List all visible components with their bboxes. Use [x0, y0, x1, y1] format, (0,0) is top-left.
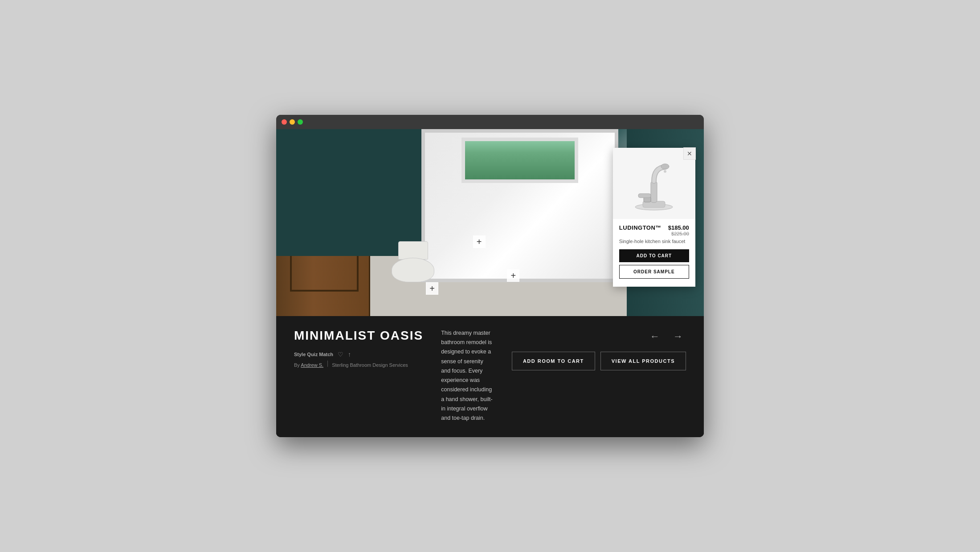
- shower-door-frame: [422, 130, 617, 281]
- titlebar: [276, 115, 704, 129]
- browser-window: + + + ✕: [276, 115, 704, 438]
- toilet-tank: [398, 241, 428, 260]
- info-right: ← → ADD ROOM TO CART VIEW ALL PRODUCTS: [512, 329, 686, 370]
- heart-icon[interactable]: ♡: [338, 351, 343, 358]
- room-title: MINIMALIST OASIS: [294, 329, 423, 343]
- prev-arrow-button[interactable]: ←: [647, 329, 663, 345]
- product-popup: ✕: [613, 148, 695, 287]
- svg-rect-2: [651, 181, 657, 203]
- separator: [327, 361, 328, 367]
- popup-product-header: LUDINGTON™ $185.00 $225.00: [619, 224, 689, 236]
- minimize-button[interactable]: [290, 119, 295, 125]
- toilet-bowl: [392, 258, 434, 282]
- info-center: This dreamy master bathroom remodel is d…: [441, 329, 494, 423]
- shower-area: [421, 129, 618, 282]
- author-studio: Sterling Bathroom Design Services: [332, 362, 408, 368]
- hotspot-tub[interactable]: +: [507, 269, 519, 282]
- popup-add-to-cart-button[interactable]: ADD TO CART: [619, 249, 689, 262]
- info-left: MINIMALIST OASIS Style Quiz Match ♡ ↑ By…: [294, 329, 423, 368]
- svg-point-6: [664, 170, 666, 173]
- svg-rect-5: [638, 194, 651, 198]
- by-label: By: [294, 362, 300, 368]
- popup-order-sample-button[interactable]: ORDER SAMPLE: [619, 265, 689, 279]
- wall-left: [276, 129, 439, 256]
- main-content: + + + ✕: [276, 129, 704, 438]
- popup-product-name: LUDINGTON™: [619, 224, 662, 231]
- hotspot-toilet[interactable]: +: [426, 282, 438, 295]
- room-description: This dreamy master bathroom remodel is d…: [441, 329, 494, 423]
- style-quiz-label: Style Quiz Match: [294, 352, 333, 357]
- room-image: + + + ✕: [276, 129, 704, 316]
- next-arrow-button[interactable]: →: [670, 329, 686, 345]
- svg-point-3: [661, 164, 669, 169]
- maximize-button[interactable]: [298, 119, 303, 125]
- action-buttons: ADD ROOM TO CART VIEW ALL PRODUCTS: [512, 352, 686, 370]
- meta-row-quiz: Style Quiz Match ♡ ↑: [294, 351, 423, 358]
- faucet-image: [629, 154, 678, 212]
- info-panel: MINIMALIST OASIS Style Quiz Match ♡ ↑ By…: [276, 316, 704, 438]
- hotspot-shower[interactable]: +: [473, 235, 486, 248]
- toilet: [392, 241, 434, 282]
- popup-close-button[interactable]: ✕: [683, 147, 696, 160]
- popup-prices: $185.00 $225.00: [668, 224, 689, 236]
- share-icon[interactable]: ↑: [348, 351, 351, 358]
- navigation-arrows: ← →: [647, 329, 686, 345]
- author-info: By Andrew S. Sterling Bathroom Design Se…: [294, 361, 423, 368]
- popup-price-current: $185.00: [668, 224, 689, 231]
- popup-details: LUDINGTON™ $185.00 $225.00 Single-hole k…: [613, 219, 695, 287]
- author-name-link[interactable]: Andrew S.: [301, 362, 323, 368]
- close-button[interactable]: [282, 119, 287, 125]
- popup-description: Single-hole kitchen sink faucet: [619, 238, 689, 245]
- popup-price-original: $225.00: [668, 231, 689, 236]
- add-room-to-cart-button[interactable]: ADD ROOM TO CART: [512, 352, 595, 370]
- view-all-products-button[interactable]: VIEW ALL PRODUCTS: [600, 352, 686, 370]
